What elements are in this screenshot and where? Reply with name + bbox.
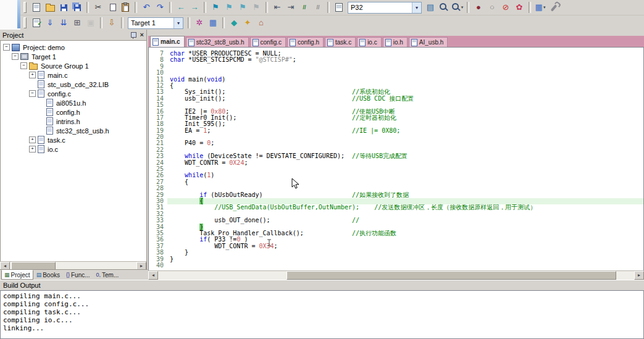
- build-icon: ⇓: [47, 17, 54, 28]
- navigate-forward-icon[interactable]: →: [188, 1, 201, 14]
- previous-bookmark-icon: ⚑: [225, 2, 233, 13]
- diamond-icon[interactable]: ◆: [228, 17, 240, 29]
- manage-project-items-icon[interactable]: ▦: [207, 17, 219, 29]
- tree-item-Source Group 1[interactable]: −Source Group 1: [1, 61, 146, 70]
- scroll-left-button[interactable]: ◂: [148, 271, 158, 280]
- copy-icon[interactable]: [106, 1, 118, 14]
- editor-tab-task.c[interactable]: task.c: [325, 37, 356, 47]
- code-line-33: 33 usb_OUT_done();//: [149, 217, 643, 224]
- find-text-icon[interactable]: [333, 1, 345, 14]
- tree-expander-icon[interactable]: +: [29, 146, 36, 153]
- save-icon[interactable]: [57, 1, 70, 14]
- find-combobox[interactable]: P32▾: [348, 2, 422, 14]
- panel-tab-Project[interactable]: ▦Project: [1, 270, 33, 280]
- panel-tab-Func...[interactable]: {}Func...: [63, 270, 93, 280]
- home-icon[interactable]: ⌂: [255, 17, 267, 29]
- clear-bookmarks-icon[interactable]: ⚑: [250, 1, 262, 14]
- download-icon[interactable]: ⇩: [106, 17, 118, 29]
- build-output-line: compiling io.c...: [3, 316, 641, 324]
- undo-icon[interactable]: ↶: [140, 1, 153, 14]
- paste-icon[interactable]: [119, 1, 132, 14]
- editor-tab-config.c[interactable]: config.c: [250, 37, 286, 47]
- tree-item-ai8051u.h[interactable]: ai8051u.h: [1, 98, 146, 107]
- tree-item-main.c[interactable]: +main.c: [1, 70, 146, 80]
- tree-expander-icon[interactable]: +: [29, 72, 36, 78]
- previous-bookmark-icon[interactable]: ⚑: [223, 1, 235, 14]
- page-icon: [38, 145, 44, 153]
- tree-item-config.h[interactable]: config.h: [1, 107, 146, 117]
- tree-item-Project: demo[interactable]: −Project: demo: [1, 43, 146, 52]
- kill-all-breakpoints-icon[interactable]: ✿: [513, 1, 525, 14]
- find-icon[interactable]: [438, 1, 450, 14]
- options-for-target-icon[interactable]: ✲: [193, 17, 206, 29]
- navigate-back-icon[interactable]: ←: [175, 1, 187, 14]
- toggle-bookmark-icon[interactable]: ⚑: [209, 1, 222, 14]
- scroll-thumb[interactable]: [286, 271, 616, 280]
- editor-horizontal-scrollbar[interactable]: ◂ ▸: [148, 270, 644, 280]
- tree-expander-icon[interactable]: −: [29, 90, 36, 97]
- find-combobox-dropdown[interactable]: ▾: [412, 2, 421, 13]
- tree-expander-icon[interactable]: −: [12, 53, 19, 60]
- panel-tab-Books[interactable]: ▤Books: [33, 270, 63, 280]
- indent-left-icon[interactable]: ⇤: [271, 1, 283, 14]
- uncomment-icon[interactable]: //: [312, 1, 324, 14]
- find-in-files-icon[interactable]: ▤: [424, 1, 437, 14]
- cut-icon[interactable]: ✂: [92, 1, 104, 14]
- debug-windows-icon[interactable]: ▦▾: [534, 1, 546, 14]
- tree-item-task.c[interactable]: +task.c: [1, 135, 146, 144]
- editor-tab-AI_usb.h[interactable]: AI_usb.h: [409, 37, 448, 47]
- project-horizontal-scrollbar[interactable]: ◂ ▸: [0, 261, 146, 270]
- pin-icon[interactable]: [131, 32, 136, 38]
- toolbar-grip[interactable]: [23, 17, 27, 28]
- tree-item-intrins.h[interactable]: intrins.h: [1, 117, 146, 126]
- page-icon: [46, 127, 53, 135]
- find-combobox-value: P32: [348, 4, 412, 11]
- target-combobox[interactable]: Target 1▾: [128, 17, 183, 29]
- tree-item-stc_usb_cdc_32.LIB[interactable]: stc_usb_cdc_32.LIB: [1, 80, 146, 89]
- scroll-track[interactable]: [158, 271, 634, 280]
- save-all-icon[interactable]: [71, 1, 83, 14]
- batch-build-icon[interactable]: ⊞: [71, 17, 83, 29]
- scroll-right-button[interactable]: ▸: [634, 271, 644, 280]
- configure-tools-icon[interactable]: [548, 1, 560, 14]
- debug-windows-icon-dropdown[interactable]: ▾: [543, 5, 546, 10]
- new-file-icon[interactable]: [30, 1, 43, 14]
- editor-tab-stc32_stc8_usb.h[interactable]: stc32_stc8_usb.h: [186, 37, 249, 47]
- panel-tab-icon: {}: [66, 272, 70, 278]
- stop-build-icon[interactable]: ▣: [85, 17, 97, 29]
- search-options-icon[interactable]: ▾: [451, 1, 464, 14]
- find-in-files-icon: ▤: [427, 2, 434, 13]
- indent-right-icon[interactable]: ⇥: [285, 1, 297, 14]
- build-icon[interactable]: ⇓: [44, 17, 56, 29]
- tree-expander-icon[interactable]: +: [29, 136, 36, 143]
- tree-expander-icon[interactable]: −: [20, 62, 27, 69]
- redo-icon[interactable]: ↷: [154, 1, 166, 14]
- editor-tab-config.h[interactable]: config.h: [287, 37, 324, 47]
- editor-tab-main.c[interactable]: main.c: [150, 36, 185, 47]
- tree-item-config.c[interactable]: −config.c: [1, 89, 146, 98]
- translate-file-icon[interactable]: [30, 17, 43, 29]
- disable-all-breakpoints-icon[interactable]: ⊘: [500, 1, 512, 14]
- close-icon[interactable]: ×: [140, 31, 144, 38]
- panel-tab-Tem...[interactable]: 0,Tem...: [93, 270, 122, 280]
- build-output-title: Build Output: [3, 282, 41, 289]
- code-line-26: 26 while(1): [149, 172, 643, 178]
- comment-icon[interactable]: //: [298, 1, 311, 14]
- code-editor[interactable]: 7char *USER_PRODUCTDESC = NULL;8char *US…: [148, 47, 644, 271]
- search-options-icon-dropdown[interactable]: ▾: [461, 5, 464, 10]
- enable-disable-breakpoint-icon[interactable]: ○: [486, 1, 498, 14]
- next-bookmark-icon[interactable]: ⚑: [236, 1, 249, 14]
- editor-tab-io.c[interactable]: io.c: [357, 37, 382, 47]
- toolbar-grip[interactable]: [23, 2, 27, 13]
- tree-item-stc32_stc8_usb.h[interactable]: stc32_stc8_usb.h: [1, 126, 146, 135]
- star-icon[interactable]: ✦: [241, 17, 254, 29]
- tree-item-io.c[interactable]: +io.c: [1, 144, 146, 154]
- editor-tab-io.h[interactable]: io.h: [383, 37, 408, 47]
- editor-tab-label: io.c: [367, 39, 377, 46]
- tree-expander-icon[interactable]: −: [3, 44, 10, 51]
- insert-breakpoint-icon[interactable]: ●: [472, 1, 485, 14]
- rebuild-all-icon[interactable]: ⇊: [57, 17, 70, 29]
- target-combobox-dropdown[interactable]: ▾: [174, 18, 183, 28]
- open-file-icon[interactable]: [44, 1, 56, 14]
- tree-item-Target 1[interactable]: −Target 1: [1, 52, 146, 61]
